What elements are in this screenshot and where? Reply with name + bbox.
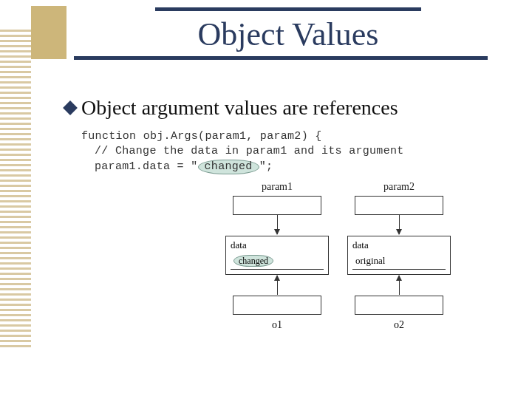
field-value-text: original (355, 255, 385, 267)
o2-label: o2 (394, 319, 404, 331)
code-prefix: param1.data = " (95, 160, 198, 173)
slide-title: Object Values (66, 16, 510, 53)
data-field-label: data (231, 239, 324, 251)
title-area: Object Values (66, 7, 510, 60)
left-stripe-decor (0, 30, 31, 347)
diagram-col-2: param2 data original o2 (344, 181, 454, 331)
code-line-2: // Change the data in param1 and its arg… (81, 144, 404, 159)
param2-box (355, 196, 443, 215)
title-rule-top (155, 7, 421, 11)
o1-box (233, 296, 321, 315)
code-line-1: function obj.Args(param1, param2) { (81, 129, 404, 144)
data-field-value: original (352, 253, 446, 270)
data-field-label: data (352, 239, 446, 251)
arrow-up-icon (277, 276, 278, 295)
object2-box: data original (347, 236, 451, 275)
code-suffix: "; (259, 160, 273, 173)
title-rule-bottom (74, 56, 488, 60)
object1-box: data changed (225, 236, 329, 275)
param1-box (233, 196, 321, 215)
param1-label: param1 (262, 181, 293, 193)
reference-diagram: param1 data changed o1 param2 data origi… (222, 181, 502, 373)
accent-block (31, 6, 66, 59)
highlight-oval: changed (198, 160, 259, 174)
diagram-col-1: param1 data changed o1 (222, 181, 332, 331)
arrow-up-icon (399, 276, 400, 295)
bullet-text: Object argument values are references (81, 96, 398, 120)
code-text: function obj.Args(param1, param2) { (81, 130, 322, 143)
o2-box (355, 296, 443, 315)
diamond-bullet-icon (63, 100, 78, 115)
highlight-oval: changed (233, 255, 273, 267)
o1-label: o1 (272, 319, 282, 331)
code-text: // Change the data in param1 and its arg… (81, 144, 404, 159)
code-line-3: param1.data = "changed"; (81, 160, 404, 174)
arrow-down-icon (399, 215, 400, 234)
code-text: param1.data = "changed"; (81, 160, 273, 174)
code-block: function obj.Args(param1, param2) { // C… (81, 129, 404, 174)
data-field-value: changed (231, 253, 324, 270)
arrow-down-icon (277, 215, 278, 234)
param2-label: param2 (383, 181, 415, 193)
bullet-row: Object argument values are references (65, 96, 510, 120)
